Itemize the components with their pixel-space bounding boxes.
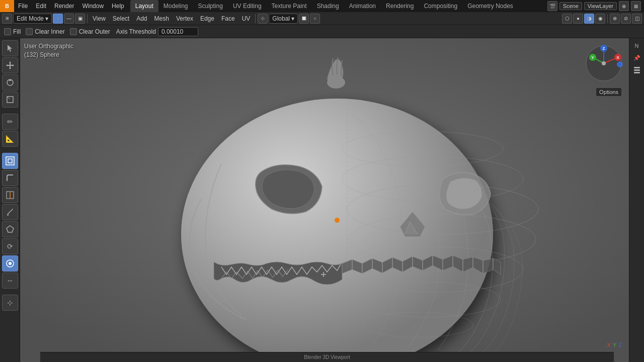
tab-uv-editing[interactable]: UV Editing xyxy=(228,0,267,12)
tool-poly-build[interactable] xyxy=(2,221,18,237)
tool-inset-faces[interactable] xyxy=(2,153,18,169)
orientation-dropdown[interactable]: Global ▾ xyxy=(269,14,298,24)
edit-mode-dropdown[interactable]: Edit Mode ▾ xyxy=(13,14,52,24)
tab-sculpting[interactable]: Sculpting xyxy=(193,0,228,12)
tab-shading[interactable]: Shading xyxy=(312,0,344,12)
overlay-toggle[interactable]: ⊘ xyxy=(621,14,631,24)
tool-measure[interactable]: 📐 xyxy=(2,131,18,147)
svg-marker-15 xyxy=(7,226,14,232)
add-menu[interactable]: Add xyxy=(133,14,150,23)
fill-checkbox-item[interactable]: Fill xyxy=(4,28,21,35)
menu-window[interactable]: Window xyxy=(78,0,108,12)
svg-text:Z: Z xyxy=(603,46,605,51)
edge-menu[interactable]: Edge xyxy=(197,14,217,23)
face-mode-btn[interactable]: ▣ xyxy=(75,14,85,24)
menu-render[interactable]: Render xyxy=(50,0,78,12)
svg-text:Y: Y xyxy=(591,55,594,60)
sep3 xyxy=(607,14,608,23)
transform-icon[interactable]: ⊹ xyxy=(258,14,268,24)
svg-point-17 xyxy=(9,262,12,265)
tab-geometry-nodes[interactable]: Geometry Nodes xyxy=(462,0,518,12)
svg-point-23 xyxy=(327,76,345,88)
toolbar-row: ⊞ Edit Mode ▾ · — ▣ View Select Add Mesh… xyxy=(0,12,644,25)
vertex-mode-btn[interactable]: · xyxy=(53,14,63,24)
tool-smooth-vertex[interactable] xyxy=(2,255,18,272)
svg-point-46 xyxy=(335,218,340,223)
xray-toggle[interactable]: ◫ xyxy=(632,14,642,24)
mesh-menu[interactable]: Mesh xyxy=(151,14,172,23)
tab-rendering[interactable]: Rendering xyxy=(381,0,419,12)
svg-rect-12 xyxy=(8,159,12,163)
menu-file[interactable]: File xyxy=(14,0,32,12)
viewport-canvas: User Orthographic (132) Sphere X Y Z xyxy=(20,38,629,362)
fill-label: Fill xyxy=(13,28,21,35)
select-menu[interactable]: Select xyxy=(110,14,132,23)
svg-marker-4 xyxy=(9,61,11,63)
tab-animation[interactable]: Animation xyxy=(344,0,381,12)
clear-outer-checkbox-item[interactable]: Clear Outer xyxy=(70,28,110,35)
svg-marker-5 xyxy=(9,68,11,69)
viewport-3d[interactable]: User Orthographic (132) Sphere X Y Z xyxy=(20,38,629,362)
fill-checkbox[interactable] xyxy=(4,28,11,35)
wireframe-shading-btn[interactable]: ⬡ xyxy=(562,14,572,24)
clear-inner-checkbox-item[interactable]: Clear Inner xyxy=(26,28,64,35)
layers-icon[interactable] xyxy=(631,64,642,75)
axis-labels: X Y Z xyxy=(607,342,622,348)
tool-move[interactable] xyxy=(2,57,18,73)
tool-transform[interactable]: ⊹ xyxy=(2,295,18,311)
z-axis-label: Z xyxy=(618,342,622,348)
face-menu[interactable]: Face xyxy=(218,14,238,23)
axis-threshold-input[interactable] xyxy=(158,27,198,36)
svg-marker-7 xyxy=(13,64,14,66)
tool-knife[interactable] xyxy=(2,204,18,220)
tool-rotate[interactable] xyxy=(2,74,18,90)
gizmo-toggle[interactable]: ⊕ xyxy=(610,14,620,24)
right-toolbar: N 📌 xyxy=(629,38,644,362)
viewport-bottom-strip: Blender 3D Viewport xyxy=(40,352,614,362)
overlay-icon[interactable]: ⊕ xyxy=(619,1,629,11)
view-menu[interactable]: View xyxy=(90,14,109,23)
tab-modeling[interactable]: Modeling xyxy=(158,0,193,12)
uv-menu[interactable]: UV xyxy=(239,14,254,23)
tab-compositing[interactable]: Compositing xyxy=(419,0,462,12)
viewport-gizmo[interactable]: X Y Z xyxy=(584,43,624,83)
snapping-icon[interactable]: 🔲 xyxy=(299,14,309,24)
viewlayer-selector[interactable]: ViewLayer xyxy=(584,2,617,10)
tab-texture-paint[interactable]: Texture Paint xyxy=(267,0,312,12)
tool-annotate[interactable]: ✏ xyxy=(2,114,18,130)
header-right: 🎬 Scene ViewLayer ⊕ ⊠ xyxy=(547,1,644,11)
menu-help[interactable]: Help xyxy=(108,0,128,12)
viewport-shading-group: ⬡ ● ◑ ◉ ⊕ ⊘ ◫ xyxy=(562,14,642,24)
xray-icon[interactable]: ⊠ xyxy=(631,1,641,11)
material-shading-btn[interactable]: ◑ xyxy=(584,14,594,24)
tool-edge-slide[interactable]: ↔ xyxy=(2,273,18,289)
pin-icon[interactable]: 📌 xyxy=(631,52,642,63)
tool-spin[interactable]: ⟳ xyxy=(2,238,18,254)
tool-bevel[interactable] xyxy=(2,170,18,186)
proportional-icon[interactable]: ○ xyxy=(310,14,320,24)
tool-loop-cut[interactable] xyxy=(2,187,18,203)
vertex-menu[interactable]: Vertex xyxy=(173,14,196,23)
top-menubar: B File Edit Render Window Help Layout Mo… xyxy=(0,0,644,12)
scene-selector[interactable]: Scene xyxy=(559,2,582,10)
context-menu-icon[interactable]: ⊞ xyxy=(2,14,12,24)
edge-mode-btn[interactable]: — xyxy=(64,14,74,24)
svg-text:B: B xyxy=(5,3,9,9)
sep1 xyxy=(87,14,88,23)
status-text: Blender 3D Viewport xyxy=(304,354,350,360)
clear-inner-checkbox[interactable] xyxy=(26,28,33,35)
tool-scale[interactable] xyxy=(2,92,18,108)
options-button[interactable]: Options xyxy=(596,87,622,97)
rendered-shading-btn[interactable]: ◉ xyxy=(595,14,605,24)
mode-label: Edit Mode xyxy=(17,15,44,22)
tool-cursor[interactable] xyxy=(2,40,18,56)
solid-shading-btn[interactable]: ● xyxy=(573,14,583,24)
tab-layout[interactable]: Layout xyxy=(130,0,158,12)
menu-edit[interactable]: Edit xyxy=(32,0,50,12)
clear-outer-checkbox[interactable] xyxy=(70,28,77,35)
properties-panel-btn[interactable]: N xyxy=(631,40,642,51)
svg-rect-11 xyxy=(6,157,14,165)
svg-line-10 xyxy=(7,97,10,100)
clear-outer-label: Clear Outer xyxy=(79,28,110,35)
x-axis-label: X xyxy=(607,342,611,348)
